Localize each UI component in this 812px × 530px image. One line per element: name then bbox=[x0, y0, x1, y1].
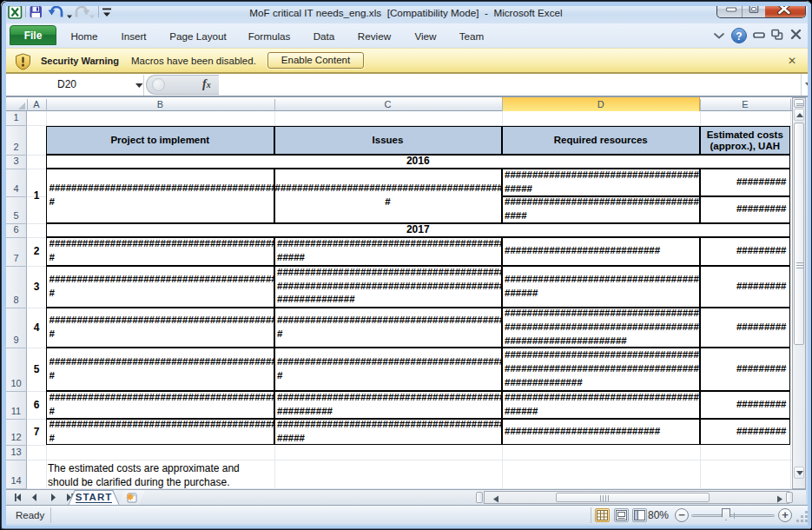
svg-text:?: ? bbox=[736, 30, 742, 43]
